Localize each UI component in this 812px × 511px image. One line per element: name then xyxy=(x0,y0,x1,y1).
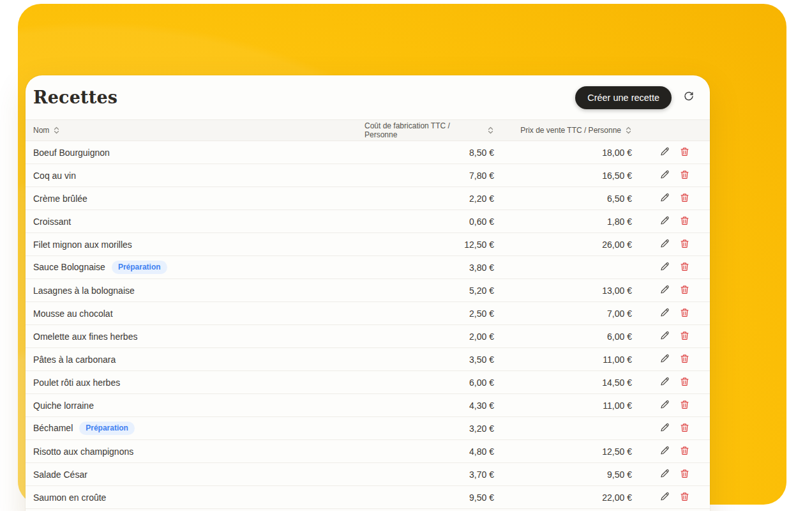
refresh-button[interactable] xyxy=(683,91,695,104)
table-header: Nom Coût de fabrication TTC / Personne P… xyxy=(26,119,710,141)
row-actions xyxy=(640,331,710,342)
recipe-name-cell: Béchamel Préparation xyxy=(26,422,365,434)
recipe-cost: 3,20 € xyxy=(365,423,502,434)
edit-button[interactable] xyxy=(660,170,670,181)
edit-button[interactable] xyxy=(660,400,670,411)
edit-button[interactable] xyxy=(660,308,670,319)
pencil-icon xyxy=(660,377,670,388)
row-actions xyxy=(640,354,710,365)
recipe-name-cell: Saumon en croûte xyxy=(26,492,365,503)
delete-button[interactable] xyxy=(680,193,689,204)
recipe-price: 26,00 € xyxy=(502,240,640,250)
edit-button[interactable] xyxy=(660,354,670,365)
delete-button[interactable] xyxy=(680,377,689,388)
edit-button[interactable] xyxy=(660,331,670,342)
recipe-cost: 2,50 € xyxy=(365,309,502,319)
recipe-name-cell: Poulet rôti aux herbes xyxy=(26,378,365,388)
table-row: Sauce Bolognaise Préparation 3,80 € xyxy=(26,256,710,279)
delete-button[interactable] xyxy=(680,354,689,365)
trash-icon xyxy=(680,193,689,204)
delete-button[interactable] xyxy=(680,216,689,227)
recipe-cost: 4,30 € xyxy=(365,400,502,411)
row-actions xyxy=(640,216,710,227)
row-actions xyxy=(640,285,710,296)
column-header-prix[interactable]: Prix de vente TTC / Personne xyxy=(502,126,640,135)
recipe-name-cell: Coq au vin xyxy=(26,171,365,181)
row-actions xyxy=(640,377,710,388)
page-title: Recettes xyxy=(33,88,117,107)
recipe-price: 18,00 € xyxy=(502,148,640,158)
recipe-price: 9,50 € xyxy=(502,469,640,480)
recipe-price: 16,50 € xyxy=(502,171,640,181)
recipe-name: Saumon en croûte xyxy=(33,492,106,503)
edit-button[interactable] xyxy=(660,446,670,457)
column-header-cout[interactable]: Coût de fabrication TTC / Personne xyxy=(365,121,502,139)
delete-button[interactable] xyxy=(680,492,689,503)
delete-button[interactable] xyxy=(680,423,689,434)
column-label: Prix de vente TTC / Personne xyxy=(520,126,621,135)
recipe-name-cell: Sauce Bolognaise Préparation xyxy=(26,261,365,273)
trash-icon xyxy=(680,170,689,181)
delete-button[interactable] xyxy=(680,446,689,457)
recipe-name: Risotto aux champignons xyxy=(33,446,133,457)
delete-button[interactable] xyxy=(680,262,689,273)
edit-button[interactable] xyxy=(660,423,670,434)
row-actions xyxy=(640,239,710,250)
table-row: Risotto aux champignons 4,80 € 12,50 € xyxy=(26,440,710,463)
edit-button[interactable] xyxy=(660,377,670,388)
recipe-name: Croissant xyxy=(33,217,71,227)
edit-button[interactable] xyxy=(660,469,670,480)
recipe-price: 12,50 € xyxy=(502,446,640,457)
edit-button[interactable] xyxy=(660,147,670,158)
recipe-name-cell: Croissant xyxy=(26,217,365,227)
pencil-icon xyxy=(660,262,670,273)
recipe-price: 11,00 € xyxy=(502,400,640,411)
trash-icon xyxy=(680,285,689,296)
sort-icon xyxy=(625,126,632,134)
delete-button[interactable] xyxy=(680,239,689,250)
trash-icon xyxy=(680,400,689,411)
pencil-icon xyxy=(660,423,670,434)
recipe-name-cell: Mousse au chocolat xyxy=(26,309,365,319)
row-actions xyxy=(640,147,710,158)
table-row: Lasagnes à la bolognaise 5,20 € 13,00 € xyxy=(26,279,710,302)
trash-icon xyxy=(680,377,689,388)
pencil-icon xyxy=(660,239,670,250)
row-actions xyxy=(640,423,710,434)
preparation-badge: Préparation xyxy=(112,261,167,273)
card-header: Recettes Créer une recette xyxy=(26,75,710,119)
pencil-icon xyxy=(660,400,670,411)
edit-button[interactable] xyxy=(660,239,670,250)
recipe-cost: 3,80 € xyxy=(365,263,502,273)
delete-button[interactable] xyxy=(680,400,689,411)
table-row: Béchamel Préparation 3,20 € xyxy=(26,417,710,440)
trash-icon xyxy=(680,469,689,480)
pencil-icon xyxy=(660,170,670,181)
column-header-nom[interactable]: Nom xyxy=(26,126,365,135)
edit-button[interactable] xyxy=(660,285,670,296)
trash-icon xyxy=(680,423,689,434)
pencil-icon xyxy=(660,285,670,296)
edit-button[interactable] xyxy=(660,492,670,503)
recipe-cost: 5,20 € xyxy=(365,286,502,296)
sort-icon xyxy=(487,126,494,134)
delete-button[interactable] xyxy=(680,331,689,342)
edit-button[interactable] xyxy=(660,216,670,227)
delete-button[interactable] xyxy=(680,170,689,181)
recipe-name: Sauce Bolognaise xyxy=(33,262,105,272)
table-row: Coq au vin 7,80 € 16,50 € xyxy=(26,164,710,187)
delete-button[interactable] xyxy=(680,147,689,158)
pencil-icon xyxy=(660,193,670,204)
delete-button[interactable] xyxy=(680,469,689,480)
edit-button[interactable] xyxy=(660,262,670,273)
recipe-name: Pâtes à la carbonara xyxy=(33,355,116,365)
create-recipe-button[interactable]: Créer une recette xyxy=(575,86,672,109)
table-row: Omelette aux fines herbes 2,00 € 6,00 € xyxy=(26,325,710,348)
delete-button[interactable] xyxy=(680,285,689,296)
edit-button[interactable] xyxy=(660,193,670,204)
recipe-price: 6,50 € xyxy=(502,194,640,204)
row-actions xyxy=(640,492,710,503)
table-body: Boeuf Bourguignon 8,50 € 18,00 € xyxy=(26,141,710,509)
trash-icon xyxy=(680,308,689,319)
delete-button[interactable] xyxy=(680,308,689,319)
